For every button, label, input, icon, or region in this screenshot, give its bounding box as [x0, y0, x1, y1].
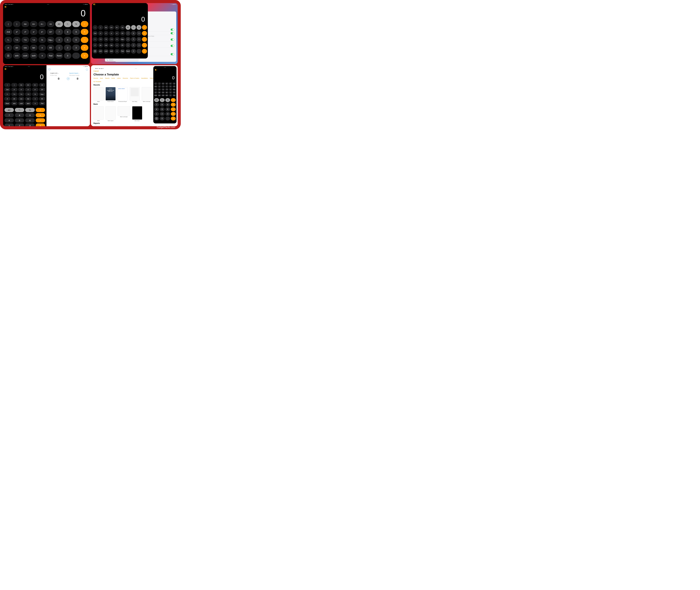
eight-button[interactable]: 8	[64, 29, 72, 35]
rparen-button[interactable]: )	[11, 83, 17, 87]
cat-tab[interactable]: My Templates	[93, 81, 101, 82]
cat-tab[interactable]: Books	[111, 78, 115, 79]
template-item[interactable]: ORGANIC FORMS IN ARCHITECTURE	[117, 125, 128, 126]
cos-button[interactable]: cos	[18, 97, 24, 101]
two-button[interactable]: 2	[15, 123, 24, 126]
cos-button[interactable]: cos	[104, 43, 108, 47]
two-button[interactable]: 2	[131, 43, 136, 47]
mc-button[interactable]: mc	[21, 21, 29, 27]
rand-button[interactable]: Rand	[55, 53, 63, 59]
template-item[interactable]: Blank	[93, 87, 104, 102]
add-button[interactable]: +	[142, 43, 147, 47]
log10-button[interactable]: log₁₀	[47, 37, 55, 43]
template-item[interactable]	[105, 125, 116, 126]
cosh-button[interactable]: cosh	[104, 49, 108, 54]
equals-button[interactable]: =	[171, 117, 176, 120]
source-lang-selector[interactable]: English (US) ⌄	[51, 73, 67, 74]
x3-button[interactable]: x³	[18, 88, 24, 92]
e-button[interactable]: e	[169, 91, 172, 94]
sinh-button[interactable]: sinh	[13, 53, 21, 59]
yroot-button[interactable]: ʸ√x	[30, 37, 38, 43]
sqrt-button[interactable]: ²√x	[13, 37, 21, 43]
equals-button[interactable]: =	[142, 49, 147, 54]
template-item[interactable]: Easy Decorating	[129, 125, 140, 126]
seven-button[interactable]: 7	[55, 29, 63, 35]
x2-button[interactable]: x²	[13, 29, 21, 35]
template-item[interactable]: Blank	[93, 106, 104, 121]
inverse-button[interactable]: ¹⁄ₓ	[4, 92, 10, 96]
history-button[interactable]	[93, 49, 98, 54]
log10-button[interactable]: log₁₀	[39, 92, 46, 96]
one-button[interactable]: 1	[55, 44, 63, 51]
tan-button[interactable]: tan	[30, 44, 38, 51]
zero-button[interactable]: 0	[131, 49, 136, 54]
cosh-button[interactable]: cosh	[161, 94, 165, 97]
rparen-button[interactable]: )	[13, 21, 21, 27]
history-button[interactable]	[154, 117, 159, 120]
cbrt-button[interactable]: ³√x	[161, 88, 165, 91]
cos-button[interactable]: cos	[21, 44, 29, 51]
toggle[interactable]	[171, 45, 174, 47]
sinh-button[interactable]: sinh	[158, 94, 161, 97]
cosh-button[interactable]: cosh	[18, 101, 24, 105]
plusminus-button[interactable]: ⁺⁄₋	[64, 21, 72, 27]
pi-button[interactable]: π	[169, 94, 172, 97]
rad-button[interactable]: Rad	[39, 101, 46, 105]
tan-button[interactable]: tan	[109, 43, 114, 47]
cat-tab[interactable]: Resumes	[123, 78, 128, 79]
log10-button[interactable]: log₁₀	[173, 88, 176, 91]
six-button[interactable]: 6	[72, 37, 80, 43]
cbrt-button[interactable]: ³√x	[18, 92, 24, 96]
ex-button[interactable]: eˣ	[38, 29, 46, 35]
subtract-button[interactable]: −	[171, 107, 176, 111]
ac-button[interactable]: AC	[154, 98, 159, 102]
tenx-button[interactable]: 10ˣ	[120, 31, 125, 36]
factorial-button[interactable]: x!	[93, 43, 98, 47]
sidebar-icon[interactable]	[155, 69, 157, 71]
divide-button[interactable]: ÷	[171, 98, 176, 102]
divide-button[interactable]: ÷	[142, 25, 147, 30]
pi-button[interactable]: π	[114, 49, 119, 54]
rparen-button[interactable]: )	[98, 25, 103, 30]
zero-button[interactable]: 0	[64, 53, 72, 59]
mr-button[interactable]: mr	[120, 25, 125, 30]
tan-button[interactable]: tan	[25, 97, 31, 101]
multiply-button[interactable]: ×	[36, 113, 45, 117]
mc-button[interactable]: mc	[104, 25, 108, 30]
template-item[interactable]: MONTHLY REPORTProfessional Report	[117, 87, 128, 102]
second-button[interactable]: 2nd	[4, 88, 10, 92]
cat-tab[interactable]: Recents	[93, 78, 98, 79]
three-button[interactable]: 3	[137, 43, 142, 47]
ac-button[interactable]: AC	[4, 108, 14, 112]
toggle[interactable]	[171, 32, 174, 34]
rad-button[interactable]: Rad	[120, 49, 125, 54]
xy-button[interactable]: xʸ	[165, 85, 169, 88]
mminus-button[interactable]: m−	[169, 82, 172, 85]
plusminus-button[interactable]: ⁺⁄₋	[15, 108, 24, 112]
sidebar-icon[interactable]	[49, 69, 51, 70]
x3-button[interactable]: x³	[21, 29, 29, 35]
mr-button[interactable]: mr	[47, 21, 55, 27]
x3-button[interactable]: x³	[104, 31, 108, 36]
six-button[interactable]: 6	[25, 118, 34, 122]
lparen-button[interactable]: (	[93, 25, 98, 30]
percent-button[interactable]: %	[165, 98, 170, 102]
mr-button[interactable]: mr	[173, 82, 176, 85]
four-button[interactable]: 4	[4, 118, 14, 122]
tenx-button[interactable]: 10ˣ	[39, 88, 46, 92]
cat-tab[interactable]: Reports	[105, 78, 110, 79]
mc-button[interactable]: mc	[18, 83, 24, 87]
mc-button[interactable]: mc	[161, 82, 165, 85]
add-button[interactable]: +	[36, 123, 45, 126]
nine-button[interactable]: 9	[137, 31, 142, 36]
x3-button[interactable]: x³	[161, 85, 165, 88]
second-button[interactable]: 2nd	[154, 85, 157, 88]
percent-button[interactable]: %	[72, 21, 80, 27]
cat-tab[interactable]: Basic	[100, 78, 103, 79]
e-button[interactable]: e	[32, 97, 38, 101]
decimal-button[interactable]: .	[72, 53, 80, 59]
pi-button[interactable]: π	[32, 101, 38, 105]
nine-button[interactable]: 9	[25, 113, 34, 117]
tenx-button[interactable]: 10ˣ	[47, 29, 55, 35]
one-button[interactable]: 1	[125, 43, 130, 47]
